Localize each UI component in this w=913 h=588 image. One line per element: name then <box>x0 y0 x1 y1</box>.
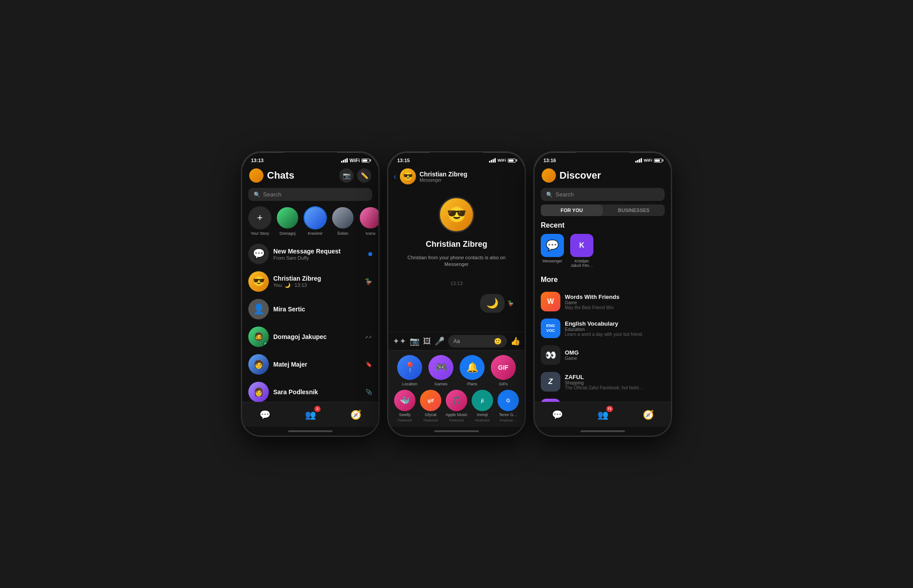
kristijan-app-icon: K <box>570 234 593 257</box>
chat-meta-domagoj: ✓✓ <box>365 335 372 339</box>
contact-subtitle: Christian from your phone contacts is al… <box>407 254 506 268</box>
stories-row: + Your Story Domagoj Kresimir <box>242 204 378 240</box>
tab-chats-3[interactable]: 💬 <box>546 406 568 424</box>
tab-discover-icon-3: 🧭 <box>643 409 654 420</box>
chat-avatar-domagoj: 🧔 <box>248 327 269 347</box>
chat-item-sara[interactable]: 👩 Sara Podlesnik 📎 <box>242 378 378 402</box>
battery-1 <box>362 159 370 163</box>
gfycat-sublabel: Featured <box>424 418 438 422</box>
chat-meta-christian: 🦆 <box>365 278 372 285</box>
tab-discover-icon-1: 🧭 <box>350 409 362 420</box>
more-section-header: More <box>535 274 671 288</box>
kristijan-app-label: KristijanJakuš Fitn… <box>571 259 593 268</box>
notch-3 <box>576 152 629 162</box>
camera-icon[interactable]: 📷 <box>410 336 419 346</box>
chat-item-matej[interactable]: 🧑 Matej Majer 🔖 <box>242 351 378 378</box>
discover-item-english[interactable]: ENGVOC English Vocabulary Education Lear… <box>535 315 671 342</box>
search-bar-1[interactable]: 🔍 Search <box>248 188 372 201</box>
search-icon-1: 🔍 <box>254 192 260 198</box>
discover-item-quiz[interactable]: Quiz Quiz Planet Game Challenge your fri… <box>535 395 671 402</box>
scene: 13:13 WiFi Chats 📷 ✏️ <box>232 143 681 445</box>
camera-button[interactable]: 📷 <box>339 168 354 183</box>
story-avatar-ivana <box>359 206 378 229</box>
sticker-games[interactable]: 🎮 Games <box>427 355 455 386</box>
signal-2 <box>489 158 496 163</box>
tab-discover-1[interactable]: 🧭 <box>345 406 367 424</box>
sticker-tenor[interactable]: G Tenor G… Keyboar… <box>496 390 520 422</box>
tenor-icon: G <box>498 390 519 411</box>
emoji-icon[interactable]: 🙂 <box>494 338 502 345</box>
chat-header-avatar[interactable]: 😎 <box>400 168 416 184</box>
quiz-icon: Quiz <box>541 399 560 402</box>
tab-people-badge: 2 <box>314 406 321 412</box>
discover-item-words[interactable]: W Words With Friends Game May the Best F… <box>535 288 671 315</box>
home-indicator-1 <box>242 427 378 436</box>
home-indicator-2 <box>388 427 525 436</box>
inmoji-label: Inmoji <box>477 412 488 417</box>
discover-item-omg[interactable]: 👀 OMG Game <box>535 342 671 368</box>
story-ivana[interactable]: Ivana <box>359 206 378 236</box>
toggle-businesses[interactable]: BUSINESSES <box>603 204 665 216</box>
discover-header: Discover <box>535 167 671 186</box>
chat-name-sara: Sara Podlesnik <box>273 388 361 396</box>
search-bar-3[interactable]: 🔍 Search <box>541 188 665 201</box>
christian-icon: 🦆 <box>365 278 372 285</box>
like-button[interactable]: 👍 <box>510 336 520 346</box>
back-button[interactable]: ‹ <box>394 172 396 181</box>
chat-avatar-sara: 👩 <box>248 382 269 402</box>
chat-name-matej: Matej Majer <box>273 361 361 368</box>
sara-status: 📎 <box>366 389 372 395</box>
tab-people[interactable]: 👥 2 <box>299 406 321 424</box>
toggle-for-you[interactable]: FOR YOU <box>541 204 603 216</box>
sent-icon: 🦆 <box>507 300 514 306</box>
effects-icon[interactable]: ✦✦ <box>393 336 406 346</box>
tick-icon-domagoj: ✓✓ <box>365 335 372 339</box>
recent-app-messenger[interactable]: 💬 Messenger <box>541 234 564 268</box>
apple-music-icon: 🎵 <box>446 390 467 411</box>
story-kresimir[interactable]: Kresimir <box>304 206 327 236</box>
plans-icon: 🔔 <box>460 355 485 380</box>
words-icon: W <box>541 292 560 311</box>
story-avatar-kresimir <box>304 206 327 229</box>
chat-item-mira[interactable]: 👤 Mira Sertic <box>242 295 378 323</box>
message-input[interactable]: Aa 🙂 <box>448 335 507 347</box>
compose-button[interactable]: ✏️ <box>357 168 371 183</box>
search-icon-3: 🔍 <box>546 192 553 198</box>
notch <box>284 152 337 162</box>
inmoji-icon: ji <box>472 390 493 411</box>
search-placeholder-3: Search <box>555 191 574 198</box>
time-2: 13:15 <box>397 158 410 163</box>
tab-people-3[interactable]: 👥 71 <box>592 406 614 424</box>
home-indicator-3 <box>535 427 671 436</box>
mic-icon[interactable]: 🎤 <box>435 336 444 346</box>
chat-item-christian[interactable]: 😎 Christian Zibreg You: 🌙 · 13:13 🦆 <box>242 268 378 295</box>
sticker-swelly[interactable]: 🐳 Swelly Featured <box>393 390 417 422</box>
chat-info-matej: Matej Majer <box>273 361 361 368</box>
chat-item-new-request[interactable]: 💬 New Message Request From Sam Duffy <box>242 240 378 268</box>
recent-app-kristijan[interactable]: K KristijanJakuš Fitn… <box>570 234 593 268</box>
story-sokec[interactable]: Šokec <box>331 206 354 236</box>
notch-2 <box>430 152 483 162</box>
tab-discover-3[interactable]: 🧭 <box>637 406 659 424</box>
sticker-apple-music[interactable]: 🎵 Apple Music Featured <box>444 390 469 422</box>
sticker-gfycat[interactable]: gif Gfycat Featured <box>419 390 443 422</box>
sticker-location[interactable]: 📍 Location <box>395 355 424 386</box>
chat-item-domagoj[interactable]: 🧔 Domagoj Jakupec ✓✓ <box>242 323 378 351</box>
discover-item-zaful[interactable]: Z ZAFUL Shopping The Official Zaful Face… <box>535 368 671 395</box>
wifi-icon-3: WiFi <box>644 158 652 163</box>
add-story-avatar: + <box>248 206 271 229</box>
time-3: 13:16 <box>543 158 556 163</box>
sticker-inmoji[interactable]: ji Inmoji Featured <box>470 390 494 422</box>
tab-chats[interactable]: 💬 <box>254 406 276 424</box>
words-desc: May the Best Friend Win <box>565 305 665 310</box>
discover-screen: Discover 🔍 Search FOR YOU BUSINESSES Rec… <box>535 167 671 436</box>
image-icon[interactable]: 🖼 <box>423 337 431 346</box>
story-label-kresimir: Kresimir <box>308 231 323 236</box>
story-add[interactable]: + Your Story <box>248 206 271 236</box>
sticker-plans[interactable]: 🔔 Plans <box>458 355 486 386</box>
chat-avatar-christian: 😎 <box>248 271 269 292</box>
signal-3 <box>635 158 642 163</box>
story-domagoj[interactable]: Domagoj <box>276 206 299 236</box>
sticker-gifs[interactable]: GIF GIFs <box>489 355 518 386</box>
recent-section: Recent 💬 Messenger K KristijanJakuš Fitn… <box>535 220 671 274</box>
